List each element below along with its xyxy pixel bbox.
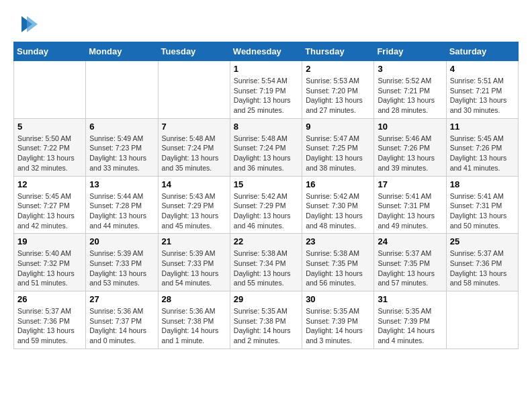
calendar-cell: 2Sunrise: 5:53 AMSunset: 7:20 PMDaylight… (302, 61, 374, 119)
day-number: 17 (378, 179, 442, 189)
calendar-cell: 26Sunrise: 5:37 AMSunset: 7:36 PMDayligh… (14, 291, 86, 349)
calendar-cell: 24Sunrise: 5:37 AMSunset: 7:35 PMDayligh… (374, 234, 446, 291)
calendar-table: SundayMondayTuesdayWednesdayThursdayFrid… (13, 42, 519, 349)
day-header-friday: Friday (374, 42, 446, 61)
day-number: 16 (306, 179, 370, 189)
calendar-cell: 9Sunrise: 5:47 AMSunset: 7:25 PMDaylight… (302, 118, 374, 176)
day-info: Sunrise: 5:42 AMSunset: 7:29 PMDaylight:… (234, 191, 298, 231)
day-number: 8 (234, 122, 298, 132)
day-number: 29 (234, 294, 298, 304)
day-header-sunday: Sunday (14, 42, 86, 61)
calendar-cell: 16Sunrise: 5:42 AMSunset: 7:30 PMDayligh… (302, 176, 374, 234)
day-number: 14 (162, 179, 226, 189)
day-info: Sunrise: 5:36 AMSunset: 7:38 PMDaylight:… (162, 306, 226, 346)
calendar-week-4: 19Sunrise: 5:40 AMSunset: 7:32 PMDayligh… (14, 234, 519, 291)
day-info: Sunrise: 5:37 AMSunset: 7:36 PMDaylight:… (17, 306, 82, 346)
calendar-cell: 8Sunrise: 5:48 AMSunset: 7:24 PMDaylight… (230, 118, 302, 176)
calendar-cell: 11Sunrise: 5:45 AMSunset: 7:26 PMDayligh… (446, 118, 518, 176)
day-info: Sunrise: 5:44 AMSunset: 7:28 PMDaylight:… (89, 191, 154, 231)
day-info: Sunrise: 5:35 AMSunset: 7:39 PMDaylight:… (378, 306, 442, 346)
calendar-cell: 30Sunrise: 5:35 AMSunset: 7:39 PMDayligh… (302, 291, 374, 349)
day-number: 3 (378, 64, 442, 74)
day-info: Sunrise: 5:52 AMSunset: 7:21 PMDaylight:… (378, 76, 442, 116)
calendar-cell: 6Sunrise: 5:49 AMSunset: 7:23 PMDaylight… (86, 118, 158, 176)
calendar-cell: 23Sunrise: 5:38 AMSunset: 7:35 PMDayligh… (302, 234, 374, 291)
calendar-cell: 14Sunrise: 5:43 AMSunset: 7:29 PMDayligh… (158, 176, 230, 234)
calendar-cell: 21Sunrise: 5:39 AMSunset: 7:33 PMDayligh… (158, 234, 230, 291)
day-info: Sunrise: 5:45 AMSunset: 7:27 PMDaylight:… (17, 191, 82, 231)
calendar-cell: 17Sunrise: 5:41 AMSunset: 7:31 PMDayligh… (374, 176, 446, 234)
calendar-cell (86, 61, 158, 119)
calendar-cell: 22Sunrise: 5:38 AMSunset: 7:34 PMDayligh… (230, 234, 302, 291)
day-info: Sunrise: 5:46 AMSunset: 7:26 PMDaylight:… (378, 134, 442, 173)
svg-marker-1 (27, 16, 38, 32)
day-number: 13 (89, 179, 154, 189)
day-info: Sunrise: 5:41 AMSunset: 7:31 PMDaylight:… (450, 191, 515, 231)
day-info: Sunrise: 5:37 AMSunset: 7:36 PMDaylight:… (450, 248, 515, 288)
calendar-cell: 3Sunrise: 5:52 AMSunset: 7:21 PMDaylight… (374, 61, 446, 119)
day-number: 30 (306, 294, 370, 304)
page-header (13, 13, 519, 35)
day-number: 10 (378, 122, 442, 132)
calendar-cell: 1Sunrise: 5:54 AMSunset: 7:19 PMDaylight… (230, 61, 302, 119)
day-number: 9 (306, 122, 370, 132)
day-info: Sunrise: 5:48 AMSunset: 7:24 PMDaylight:… (162, 134, 226, 173)
day-number: 31 (378, 294, 442, 304)
calendar-week-5: 26Sunrise: 5:37 AMSunset: 7:36 PMDayligh… (14, 291, 519, 349)
day-number: 19 (17, 236, 82, 246)
day-number: 7 (162, 122, 226, 132)
day-number: 22 (234, 236, 298, 246)
day-number: 2 (306, 64, 370, 74)
calendar-cell: 27Sunrise: 5:36 AMSunset: 7:37 PMDayligh… (86, 291, 158, 349)
calendar-cell: 10Sunrise: 5:46 AMSunset: 7:26 PMDayligh… (374, 118, 446, 176)
calendar-cell: 7Sunrise: 5:48 AMSunset: 7:24 PMDaylight… (158, 118, 230, 176)
calendar-cell: 13Sunrise: 5:44 AMSunset: 7:28 PMDayligh… (86, 176, 158, 234)
day-info: Sunrise: 5:39 AMSunset: 7:33 PMDaylight:… (162, 248, 226, 288)
day-info: Sunrise: 5:38 AMSunset: 7:35 PMDaylight:… (306, 248, 370, 288)
day-number: 28 (162, 294, 226, 304)
calendar-cell: 31Sunrise: 5:35 AMSunset: 7:39 PMDayligh… (374, 291, 446, 349)
day-number: 27 (89, 294, 154, 304)
calendar-cell (446, 291, 518, 349)
day-number: 25 (450, 236, 515, 246)
day-number: 20 (89, 236, 154, 246)
day-info: Sunrise: 5:45 AMSunset: 7:26 PMDaylight:… (450, 134, 515, 173)
day-info: Sunrise: 5:48 AMSunset: 7:24 PMDaylight:… (234, 134, 298, 173)
day-info: Sunrise: 5:40 AMSunset: 7:32 PMDaylight:… (17, 248, 82, 288)
calendar-cell: 20Sunrise: 5:39 AMSunset: 7:33 PMDayligh… (86, 234, 158, 291)
day-info: Sunrise: 5:47 AMSunset: 7:25 PMDaylight:… (306, 134, 370, 173)
day-info: Sunrise: 5:35 AMSunset: 7:38 PMDaylight:… (234, 306, 298, 346)
day-info: Sunrise: 5:42 AMSunset: 7:30 PMDaylight:… (306, 191, 370, 231)
calendar-header-row: SundayMondayTuesdayWednesdayThursdayFrid… (14, 42, 519, 61)
day-number: 18 (450, 179, 515, 189)
calendar-cell: 29Sunrise: 5:35 AMSunset: 7:38 PMDayligh… (230, 291, 302, 349)
calendar-cell: 15Sunrise: 5:42 AMSunset: 7:29 PMDayligh… (230, 176, 302, 234)
calendar-cell: 18Sunrise: 5:41 AMSunset: 7:31 PMDayligh… (446, 176, 518, 234)
day-info: Sunrise: 5:53 AMSunset: 7:20 PMDaylight:… (306, 76, 370, 116)
day-number: 15 (234, 179, 298, 189)
day-info: Sunrise: 5:37 AMSunset: 7:35 PMDaylight:… (378, 248, 442, 288)
logo-icon (16, 13, 38, 35)
day-header-wednesday: Wednesday (230, 42, 302, 61)
day-header-saturday: Saturday (446, 42, 518, 61)
day-header-monday: Monday (86, 42, 158, 61)
day-info: Sunrise: 5:36 AMSunset: 7:37 PMDaylight:… (89, 306, 154, 346)
calendar-cell: 25Sunrise: 5:37 AMSunset: 7:36 PMDayligh… (446, 234, 518, 291)
day-info: Sunrise: 5:50 AMSunset: 7:22 PMDaylight:… (17, 134, 82, 173)
day-header-thursday: Thursday (302, 42, 374, 61)
day-info: Sunrise: 5:43 AMSunset: 7:29 PMDaylight:… (162, 191, 226, 231)
calendar-week-2: 5Sunrise: 5:50 AMSunset: 7:22 PMDaylight… (14, 118, 519, 176)
calendar-week-1: 1Sunrise: 5:54 AMSunset: 7:19 PMDaylight… (14, 61, 519, 119)
day-info: Sunrise: 5:41 AMSunset: 7:31 PMDaylight:… (378, 191, 442, 231)
day-number: 11 (450, 122, 515, 132)
day-number: 12 (17, 179, 82, 189)
calendar-cell (14, 61, 86, 119)
calendar-cell (158, 61, 230, 119)
day-number: 26 (17, 294, 82, 304)
calendar-cell: 5Sunrise: 5:50 AMSunset: 7:22 PMDaylight… (14, 118, 86, 176)
day-number: 23 (306, 236, 370, 246)
day-number: 24 (378, 236, 442, 246)
calendar-cell: 12Sunrise: 5:45 AMSunset: 7:27 PMDayligh… (14, 176, 86, 234)
day-number: 21 (162, 236, 226, 246)
day-info: Sunrise: 5:38 AMSunset: 7:34 PMDaylight:… (234, 248, 298, 288)
